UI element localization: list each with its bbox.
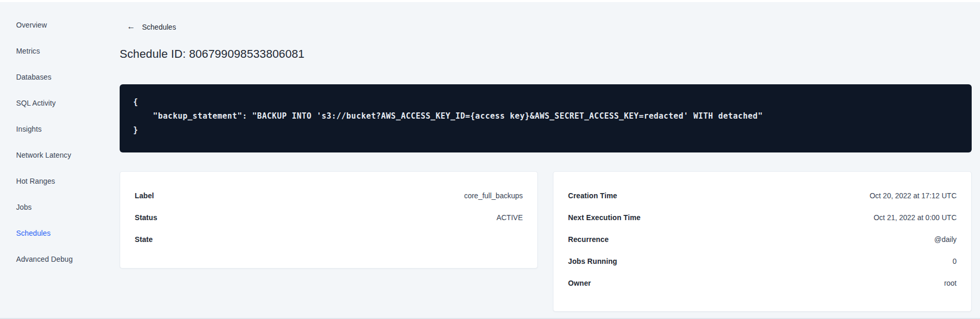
detail-row: Recurrence @daily	[568, 228, 957, 250]
back-link-label: Schedules	[142, 23, 176, 31]
detail-label: State	[135, 235, 153, 244]
sidebar-item-overview[interactable]: Overview	[0, 12, 120, 38]
detail-value: Oct 20, 2022 at 17:12 UTC	[870, 192, 957, 200]
main-content: ← Schedules Schedule ID: 806799098533806…	[120, 2, 972, 312]
schedule-label-card: Label core_full_backups Status ACTIVE St…	[120, 171, 538, 269]
schedule-timing-card: Creation Time Oct 20, 2022 at 17:12 UTC …	[553, 171, 972, 312]
detail-label: Recurrence	[568, 235, 609, 244]
detail-value: core_full_backups	[464, 192, 523, 200]
detail-row: Creation Time Oct 20, 2022 at 17:12 UTC	[568, 185, 957, 207]
sidebar-item-insights[interactable]: Insights	[0, 116, 120, 142]
detail-label: Next Execution Time	[568, 213, 640, 222]
detail-row: Next Execution Time Oct 21, 2022 at 0:00…	[568, 207, 957, 228]
sidebar-item-databases[interactable]: Databases	[0, 64, 120, 90]
back-to-schedules-link[interactable]: ← Schedules	[127, 23, 176, 31]
detail-label: Status	[135, 213, 157, 222]
backup-statement-code-block: { "backup_statement": "BACKUP INTO 's3:/…	[120, 84, 972, 152]
sidebar-item-hot-ranges[interactable]: Hot Ranges	[0, 168, 120, 194]
backup-statement-code: { "backup_statement": "BACKUP INTO 's3:/…	[133, 95, 958, 137]
detail-label: Label	[135, 192, 154, 200]
back-arrow-icon: ←	[127, 22, 135, 31]
sidebar-nav: Overview Metrics Databases SQL Activity …	[0, 2, 120, 272]
detail-row: Label core_full_backups	[135, 185, 523, 207]
sidebar-item-jobs[interactable]: Jobs	[0, 194, 120, 220]
detail-label: Jobs Running	[568, 257, 617, 265]
detail-label: Owner	[568, 279, 591, 287]
detail-row: Owner root	[568, 272, 957, 294]
sidebar-item-network-latency[interactable]: Network Latency	[0, 142, 120, 168]
sidebar-item-schedules[interactable]: Schedules	[0, 220, 120, 246]
detail-value: Oct 21, 2022 at 0:00 UTC	[873, 213, 957, 222]
sidebar-item-metrics[interactable]: Metrics	[0, 38, 120, 64]
detail-value: root	[944, 279, 957, 287]
sidebar-item-sql-activity[interactable]: SQL Activity	[0, 90, 120, 116]
detail-row: State	[135, 228, 523, 250]
detail-cards-row: Label core_full_backups Status ACTIVE St…	[120, 171, 972, 312]
sidebar-item-advanced-debug[interactable]: Advanced Debug	[0, 246, 120, 272]
detail-row: Jobs Running 0	[568, 250, 957, 272]
page-title: Schedule ID: 806799098533806081	[120, 45, 972, 62]
detail-value: ACTIVE	[496, 213, 523, 222]
detail-value: @daily	[934, 235, 957, 244]
detail-value: 0	[952, 257, 957, 265]
detail-row: Status ACTIVE	[135, 207, 523, 228]
detail-label: Creation Time	[568, 192, 617, 200]
